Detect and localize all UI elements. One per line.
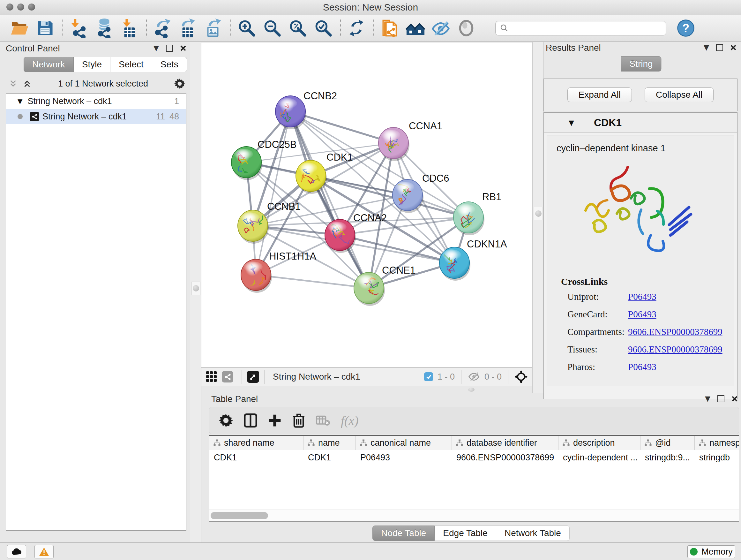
column-header-id[interactable]: @id xyxy=(641,436,695,450)
help-button[interactable]: ? xyxy=(675,17,696,39)
close-panel-icon[interactable] xyxy=(731,395,738,402)
table-cell[interactable]: 9606.ENSP00000378699 xyxy=(452,450,558,465)
column-header-canonicalname[interactable]: canonical name xyxy=(356,436,452,450)
add-column-icon[interactable] xyxy=(268,414,281,427)
table-tabs: Node TableEdge TableNetwork Table xyxy=(201,525,741,541)
crosslink-value[interactable]: 9606.ENSP00000378699 xyxy=(628,327,723,337)
warning-status-button[interactable] xyxy=(35,545,54,558)
grid-view-icon[interactable] xyxy=(206,371,217,382)
search-input[interactable] xyxy=(495,21,666,36)
hide-selected-button[interactable] xyxy=(430,17,451,39)
column-header-namespace[interactable]: namespace xyxy=(695,436,739,450)
export-table-button[interactable] xyxy=(178,17,199,39)
close-panel-icon[interactable] xyxy=(730,44,737,51)
tab-network[interactable]: Network xyxy=(23,57,74,72)
network-view-title: String Network – cdk1 xyxy=(273,372,360,382)
column-header-sharedname[interactable]: shared name xyxy=(209,436,304,450)
tab-sets[interactable]: Sets xyxy=(152,57,187,72)
float-panel-icon[interactable] xyxy=(718,395,724,402)
zoom-selected-button[interactable] xyxy=(313,17,334,39)
tab-edge-table[interactable]: Edge Table xyxy=(434,525,496,541)
refresh-button[interactable] xyxy=(346,17,367,39)
export-network-button[interactable] xyxy=(152,17,173,39)
table-cell[interactable]: cyclin-dependent ... xyxy=(558,450,641,465)
panel-menu-icon[interactable]: ▼ xyxy=(705,395,711,402)
panel-menu-icon[interactable]: ▼ xyxy=(704,44,709,51)
crosslink-value[interactable]: P06493 xyxy=(628,362,657,372)
expand-all-button[interactable]: Expand All xyxy=(567,87,632,102)
cloud-status-button[interactable] xyxy=(7,545,26,558)
close-panel-icon[interactable] xyxy=(180,45,186,51)
scrollbar-thumb[interactable] xyxy=(211,512,268,519)
right-splitter-grip[interactable] xyxy=(534,207,543,220)
collapse-all-icon[interactable] xyxy=(8,79,18,88)
tab-network-table[interactable]: Network Table xyxy=(496,525,569,541)
node-label-RB1: RB1 xyxy=(482,191,501,202)
right-splitter[interactable] xyxy=(532,42,544,393)
show-all-button[interactable] xyxy=(456,17,477,39)
import-table-button[interactable] xyxy=(119,17,140,39)
crosshair-icon[interactable] xyxy=(515,370,528,383)
zoom-out-button[interactable] xyxy=(262,17,283,39)
tab-style[interactable]: Style xyxy=(74,57,111,72)
cytoscape-window: Session: New Session xyxy=(0,0,741,560)
left-splitter[interactable] xyxy=(190,42,201,543)
node-label-CDC6: CDC6 xyxy=(422,173,449,184)
save-session-button[interactable] xyxy=(35,17,56,39)
table-settings-gear-icon[interactable] xyxy=(219,414,233,428)
node-table[interactable]: shared namenamecanonical namedatabase id… xyxy=(209,435,739,522)
open-session-button[interactable] xyxy=(9,17,30,39)
delete-column-icon[interactable] xyxy=(292,413,305,428)
network-collection-row[interactable]: ▼ String Network – cdk1 1 xyxy=(6,94,186,109)
gear-icon[interactable] xyxy=(174,78,185,89)
network-edge[interactable] xyxy=(256,275,369,288)
table-row[interactable]: CDK1CDK1P064939606.ENSP00000378699cyclin… xyxy=(209,450,739,465)
tab-select[interactable]: Select xyxy=(111,57,152,72)
show-columns-icon[interactable] xyxy=(244,414,257,428)
network-row-selected[interactable]: String Network – cdk1 11 48 xyxy=(6,109,186,124)
memory-button[interactable]: Memory xyxy=(687,545,735,558)
left-splitter-grip[interactable] xyxy=(192,282,200,295)
home-button[interactable] xyxy=(405,17,426,39)
horizontal-splitter-grip[interactable] xyxy=(468,388,475,392)
table-cell[interactable]: P06493 xyxy=(356,450,452,465)
selected-checkbox-icon[interactable] xyxy=(424,372,433,381)
search-icon xyxy=(500,23,509,33)
network-selected-status: 1 of 1 Network selected xyxy=(32,79,174,89)
gene-section-header[interactable]: ▼ CDK1 xyxy=(544,113,737,133)
window-titlebar: Session: New Session xyxy=(0,0,741,15)
column-header-description[interactable]: description xyxy=(558,436,641,450)
network-canvas[interactable]: CCNB2CCNA1CDC25BCDK1CDC6RB1CCNB1CCNA2CDK… xyxy=(201,43,532,367)
crosslinks-heading: CrossLinks xyxy=(561,276,734,287)
import-network-file-button[interactable] xyxy=(68,17,89,39)
zoom-out-icon xyxy=(263,18,282,38)
export-image-button[interactable] xyxy=(203,17,224,39)
crosslink-value[interactable]: P06493 xyxy=(628,309,657,320)
table-cell[interactable]: stringdb:9... xyxy=(641,450,695,465)
crosslink-row: Pharos: P06493 xyxy=(567,362,734,372)
collapse-all-button[interactable]: Collapse All xyxy=(645,87,714,102)
table-hscrollbar[interactable] xyxy=(209,509,739,521)
crosslink-value[interactable]: P06493 xyxy=(628,292,657,302)
expand-all-icon[interactable] xyxy=(22,79,32,88)
tab-string[interactable]: String xyxy=(621,56,661,71)
birds-eye-view-icon[interactable] xyxy=(247,371,259,383)
tree-expand-icon[interactable]: ▼ xyxy=(17,98,22,105)
section-collapse-icon[interactable]: ▼ xyxy=(569,119,574,127)
panel-menu-icon[interactable]: ▼ xyxy=(153,44,159,52)
column-header-databaseidentifier[interactable]: database identifier xyxy=(452,436,558,450)
table-cell[interactable]: stringdb xyxy=(695,450,739,465)
table-cell[interactable]: CDK1 xyxy=(209,450,304,465)
crosslink-value[interactable]: 9606.ENSP00000378699 xyxy=(628,344,723,355)
float-panel-icon[interactable] xyxy=(166,45,173,52)
table-cell[interactable]: CDK1 xyxy=(304,450,356,465)
zoom-fit-button[interactable] xyxy=(287,17,308,39)
zoom-in-button[interactable] xyxy=(236,17,257,39)
column-header-name[interactable]: name xyxy=(304,436,356,450)
import-network-database-button[interactable] xyxy=(93,17,114,39)
tab-node-table[interactable]: Node Table xyxy=(373,525,434,541)
open-network-in-web-button[interactable] xyxy=(379,17,400,39)
results-panel: Results Panel ▼ String Expand All Collap… xyxy=(542,42,740,400)
float-panel-icon[interactable] xyxy=(716,44,723,51)
protein-structure-image xyxy=(577,159,704,268)
